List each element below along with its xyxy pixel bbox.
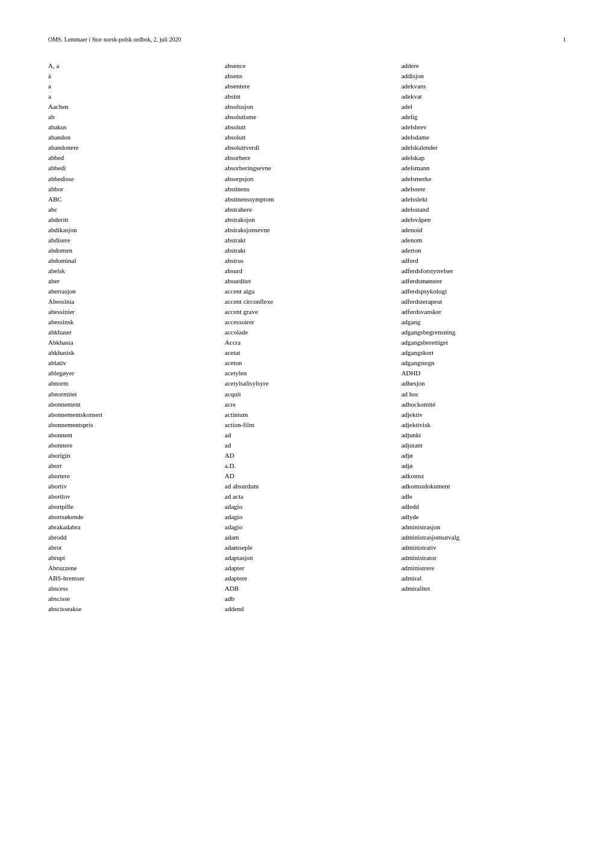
word-entry: absence — [225, 61, 389, 71]
word-entry: adagio — [225, 502, 389, 512]
word-entry: adjø — [402, 461, 566, 471]
word-entry: adb — [225, 594, 389, 604]
word-entry: abdikasjon — [48, 225, 212, 235]
word-entry: adgangstegn — [402, 358, 566, 368]
word-entry: adferd — [402, 256, 566, 266]
word-entry: abrupt — [48, 553, 212, 563]
word-entry: abonnementspris — [48, 420, 212, 430]
word-entry: abscess — [48, 583, 212, 594]
word-entry: abstraksjonsevne — [225, 225, 389, 235]
word-entry: acetat — [225, 348, 389, 358]
word-entry: adam — [225, 532, 389, 543]
column-2: absenceabsensabsentereabsintabsolusjonab… — [225, 61, 401, 615]
word-entry: adelig — [402, 112, 566, 122]
word-entry: a — [48, 81, 212, 91]
column-1: A, aàaaAachenababakusabandonabandonereab… — [48, 61, 225, 615]
word-entry: abstinenssymptom — [225, 194, 389, 205]
word-entry: adjø — [402, 451, 566, 461]
word-entry: adamseple — [225, 543, 389, 553]
word-entry: adjunkt — [402, 430, 566, 440]
word-entry: acetylen — [225, 368, 389, 378]
word-entry: abrodd — [48, 532, 212, 543]
header-title: OMS. Lemmaer i Stor norsk-polsk ordbok, … — [48, 36, 181, 43]
word-entry: absolutt — [225, 132, 389, 143]
word-entry: a — [48, 91, 212, 102]
word-entry: acre — [225, 399, 389, 410]
word-entry: adapter — [225, 563, 389, 573]
word-entry: absens — [225, 71, 389, 81]
word-entry: abortsøkende — [48, 512, 212, 522]
word-entry: abessinsk — [48, 317, 212, 327]
word-entry: aceton — [225, 358, 389, 368]
word-entry: adgang — [402, 317, 566, 327]
word-entry: adjektivisk — [402, 420, 566, 430]
word-entry: adelsdame — [402, 132, 566, 143]
word-entry: abortiv — [48, 481, 212, 491]
word-entry: actinium — [225, 410, 389, 420]
word-entry: adelsmerke — [402, 174, 566, 184]
word-entry: admiralitet — [402, 583, 566, 594]
word-entry: abessinier — [48, 307, 212, 317]
word-entry: adgangskort — [402, 348, 566, 358]
header-page-number: 1 — [563, 36, 566, 43]
word-entry: absorpsjon — [225, 174, 389, 184]
word-entry: abstraksjon — [225, 215, 389, 225]
word-entry: adelskalender — [402, 143, 566, 153]
word-entry: adelsvåpen — [402, 215, 566, 225]
word-entry: Abkhasia — [48, 337, 212, 348]
word-entry: abscisse — [48, 594, 212, 604]
word-entry: addend — [225, 604, 389, 614]
word-entry: abkhaser — [48, 327, 212, 337]
word-entry: abdomen — [48, 245, 212, 256]
word-entry: abelsk — [48, 266, 212, 276]
word-entry: ABC — [48, 194, 212, 205]
column-3: addereaddisjonadekvansadekvatadeladeliga… — [402, 61, 566, 615]
word-entry: abonnent — [48, 430, 212, 440]
word-entry: absoluttverdi — [225, 143, 389, 153]
word-entry: adferdspsykologi — [402, 286, 566, 297]
word-entry: ablativ — [48, 358, 212, 368]
word-entry: adelsbrev — [402, 122, 566, 132]
word-entry: administrator — [402, 553, 566, 563]
word-entry: admiral — [402, 573, 566, 583]
word-entry: abstrakt — [225, 245, 389, 256]
word-entry: adhockomité — [402, 399, 566, 410]
word-entry: adferdsterapeut — [402, 297, 566, 307]
word-entry: administrasjonsutvalg — [402, 532, 566, 543]
word-entry: abc — [48, 205, 212, 215]
word-entry: accent aigu — [225, 286, 389, 297]
word-entry: adgangsberettiget — [402, 337, 566, 348]
word-entry: AD — [225, 451, 389, 461]
word-entry: adaptasjon — [225, 553, 389, 563]
word-entry: adelskap — [402, 153, 566, 163]
word-entry: abnorm — [48, 378, 212, 389]
word-entry: A, a — [48, 61, 212, 71]
word-entry: abakus — [48, 122, 212, 132]
word-entry: abnormitet — [48, 389, 212, 399]
word-entry: accent grave — [225, 307, 389, 317]
word-entry: abkhasisk — [48, 348, 212, 358]
word-entry: abonnere — [48, 440, 212, 451]
word-entry: abrakadabra — [48, 522, 212, 532]
word-entry: abstrahere — [225, 205, 389, 215]
word-entry: abderitt — [48, 215, 212, 225]
word-entry: adjektiv — [402, 410, 566, 420]
word-entry: aborigin — [48, 451, 212, 461]
word-entry: abbed — [48, 153, 212, 163]
word-entry: adkomstdokument — [402, 481, 566, 491]
word-entry: adgangsbegrensning — [402, 327, 566, 337]
word-entry: ablegøyer — [48, 368, 212, 378]
word-entry: adekvat — [402, 91, 566, 102]
word-entry: absolutt — [225, 122, 389, 132]
word-entry: adferdsvansker — [402, 307, 566, 317]
word-entry: abandon — [48, 132, 212, 143]
word-entry: adferdsforstyrrelser — [402, 266, 566, 276]
word-entry: ADHD — [402, 368, 566, 378]
word-entry: abdominal — [48, 256, 212, 266]
word-entry: absint — [225, 91, 389, 102]
word-entry: adelssete — [402, 184, 566, 194]
word-entry: abbedi — [48, 163, 212, 173]
word-entry: acetylsalisylsyre — [225, 378, 389, 389]
word-entry: adjutant — [402, 440, 566, 451]
word-entry: adledd — [402, 502, 566, 512]
